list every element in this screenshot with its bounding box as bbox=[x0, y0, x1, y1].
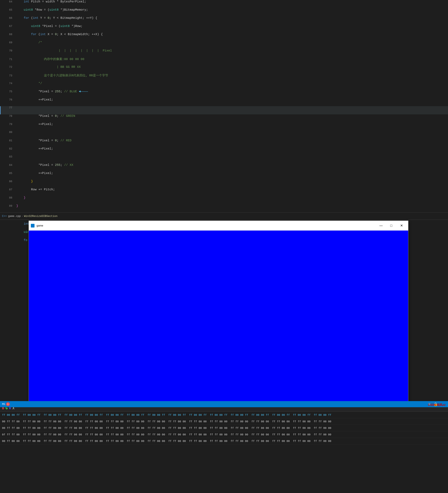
csdn-watermark: CSDN 细风xz bbox=[428, 403, 446, 407]
code-line-73: 73 这个是十六进制表示R代表四位, RR是一个字节 bbox=[0, 74, 448, 82]
line-number: 87 bbox=[2, 188, 16, 191]
code-line-65: 65 uint8 *Row = (uint8 *)BitmapMemory; bbox=[0, 8, 448, 16]
code-line-81: 81 *Pixel = 0; // RED bbox=[0, 139, 448, 147]
breadcrumb-sep1: › bbox=[22, 215, 23, 218]
line-number: 80 bbox=[2, 131, 16, 134]
code-editor: 64 int Pitch = width * BytesPerPixel; 65… bbox=[0, 0, 448, 213]
line-number: 75 bbox=[2, 90, 16, 93]
line-number: 84 bbox=[2, 164, 16, 167]
line-content: *Pixel = 0; // GREEN bbox=[16, 114, 446, 118]
line-content: ++Pixel; bbox=[16, 147, 446, 150]
hex-row-content: ff 00 00 ff ff 00 00 ff ff 00 00 ff ff 0… bbox=[2, 413, 331, 416]
line-number: 67 bbox=[2, 25, 16, 28]
line-number: 76 bbox=[2, 98, 16, 101]
status-bar: MS 1 ≡ 🔒 bbox=[0, 401, 448, 407]
hex-row-4: 0f ff ff 00 ff ff 00 00 ff ff 00 00 ff f… bbox=[0, 431, 448, 438]
hex-row-3: 00 ff ff 00 ff ff 00 00 ff ff 00 00 ff f… bbox=[0, 425, 448, 431]
line-content: *Pixel = 255; // XX bbox=[16, 163, 446, 167]
code-line-69: 69 /* bbox=[0, 41, 448, 49]
hex-row-content: 00 ff 00 00 ff ff 00 00 ff ff 00 00 ff f… bbox=[2, 439, 331, 443]
code-line-68: 68 for (int X = 0; X < BitmapWidth; ++X)… bbox=[0, 33, 448, 41]
line-content: 内存中的像素:00 00 00 00 bbox=[16, 57, 446, 61]
hex-row-content: 00 ff ff 00 ff ff 00 00 ff ff 00 00 ff f… bbox=[2, 426, 331, 429]
window-content-blue bbox=[29, 231, 408, 404]
line-content: int Pitch = width * BytesPerPixel; bbox=[16, 0, 446, 3]
line-content: *Pixel = 255; // BLUE ◄———— bbox=[16, 90, 446, 93]
line-content: /* bbox=[16, 41, 446, 44]
current-line-indicator bbox=[0, 106, 1, 114]
line-content: 这个是十六进制表示R代表四位, RR是一个字节 bbox=[16, 74, 446, 78]
maximize-button[interactable]: □ bbox=[387, 222, 396, 229]
line-number: 81 bbox=[2, 139, 16, 142]
code-line-71: 71 内存中的像素:00 00 00 00 bbox=[0, 57, 448, 65]
code-line-79: 79 ++Pixel; bbox=[0, 123, 448, 131]
hex-row-content: 0f ff ff 00 ff ff 00 00 ff ff 00 00 ff f… bbox=[2, 433, 331, 436]
code-line-82: 82 ++Pixel; bbox=[0, 147, 448, 155]
code-line-86: 86 } bbox=[0, 180, 448, 188]
hex-row-1: ff 00 00 ff ff 00 00 ff ff 00 00 ff ff 0… bbox=[0, 412, 448, 418]
notification-badge: 1 bbox=[6, 402, 10, 406]
line-content: } bbox=[16, 180, 446, 183]
code-line-85: 85 ++Pixel; bbox=[0, 172, 448, 180]
line-content: | | | | | | | | Pixel bbox=[16, 49, 446, 53]
line-number: 68 bbox=[2, 33, 16, 36]
status-ms-label: MS bbox=[2, 403, 5, 406]
line-number: 71 bbox=[2, 58, 16, 61]
line-content: uint8 *Pixel = (uint8 *)Row; bbox=[16, 24, 446, 28]
line-number: 66 bbox=[2, 17, 16, 20]
line-number: 86 bbox=[2, 180, 16, 183]
line-number: 88 bbox=[2, 196, 16, 199]
minimize-button[interactable]: — bbox=[376, 222, 386, 229]
window-title-area: game bbox=[31, 224, 43, 227]
line-content: */ bbox=[16, 82, 446, 85]
line-content: Row += Pitch; bbox=[16, 188, 446, 191]
line-number: 64 bbox=[2, 0, 16, 3]
breadcrumb-language: C++ bbox=[2, 215, 7, 218]
line-number: 72 bbox=[2, 66, 16, 69]
line-content: ++Pixel; bbox=[16, 123, 446, 126]
line-content: ++Pixel; bbox=[16, 98, 446, 101]
line-number: 73 bbox=[2, 74, 16, 77]
code-line-74: 74 */ bbox=[0, 82, 448, 90]
breadcrumb-function: Win32ResizeDIBSection bbox=[24, 215, 57, 218]
floating-game-window[interactable]: game — □ ✕ bbox=[29, 221, 408, 404]
code-line-84: 84 *Pixel = 255; // XX bbox=[0, 163, 448, 172]
line-content: uint8 *Row = (uint8 *)BitmapMemory; bbox=[16, 8, 446, 12]
line-number: 85 bbox=[2, 172, 16, 175]
line-number: 79 bbox=[2, 123, 16, 126]
window-controls[interactable]: — □ ✕ bbox=[376, 222, 406, 229]
window-icon bbox=[31, 224, 34, 227]
line-content: *Pixel = 0; // RED bbox=[16, 139, 446, 142]
hex-display-area: B G R X ff 00 00 ff ff 00 00 ff ff 00 00… bbox=[0, 404, 448, 444]
code-line-83: 83 bbox=[0, 155, 448, 163]
breadcrumb-file: game.cpp bbox=[8, 215, 21, 218]
code-line-64: 64 int Pitch = width * BytesPerPixel; bbox=[0, 0, 448, 8]
hex-row-content: 00 ff ff 00 ff ff 00 00 ff ff 00 00 ff f… bbox=[2, 420, 331, 423]
code-line-80: 80 bbox=[0, 131, 448, 139]
line-number: 89 bbox=[2, 204, 16, 207]
code-line-72: 72 | BB GG RR XX bbox=[0, 65, 448, 74]
line-number: 83 bbox=[2, 155, 16, 158]
line-number: 65 bbox=[2, 8, 16, 11]
line-content: ++Pixel; bbox=[16, 172, 446, 175]
hex-row-5: 00 ff 00 00 ff ff 00 00 ff ff 00 00 ff f… bbox=[0, 438, 448, 444]
line-content: for (int Y = 0; Y < BitmapHeight; ++Y) { bbox=[16, 16, 446, 20]
code-line-77: 77 bbox=[0, 106, 448, 114]
code-line-70: 70 | | | | | | | | Pixel bbox=[0, 49, 448, 57]
code-line-67: 67 uint8 *Pixel = (uint8 *)Row; bbox=[0, 24, 448, 33]
line-number: 74 bbox=[2, 82, 16, 85]
hex-row-2: 00 ff ff 00 ff ff 00 00 ff ff 00 00 ff f… bbox=[0, 418, 448, 425]
close-button[interactable]: ✕ bbox=[397, 222, 406, 229]
line-content: } bbox=[16, 196, 446, 200]
breadcrumb-bar: C++ game.cpp › Win32ResizeDIBSection bbox=[0, 213, 448, 220]
window-titlebar: game — □ ✕ bbox=[29, 221, 408, 231]
line-number: 69 bbox=[2, 41, 16, 44]
line-content: | BB GG RR XX bbox=[16, 65, 446, 69]
line-number: 70 bbox=[2, 49, 16, 52]
code-line-88: 88 } bbox=[0, 196, 448, 204]
code-line-76: 76 ++Pixel; bbox=[0, 98, 448, 106]
line-number: 77 bbox=[2, 106, 16, 109]
code-line-78: 78 *Pixel = 0; // GREEN bbox=[0, 114, 448, 123]
line-number: 78 bbox=[2, 115, 16, 118]
code-line-87: 87 Row += Pitch; bbox=[0, 188, 448, 196]
